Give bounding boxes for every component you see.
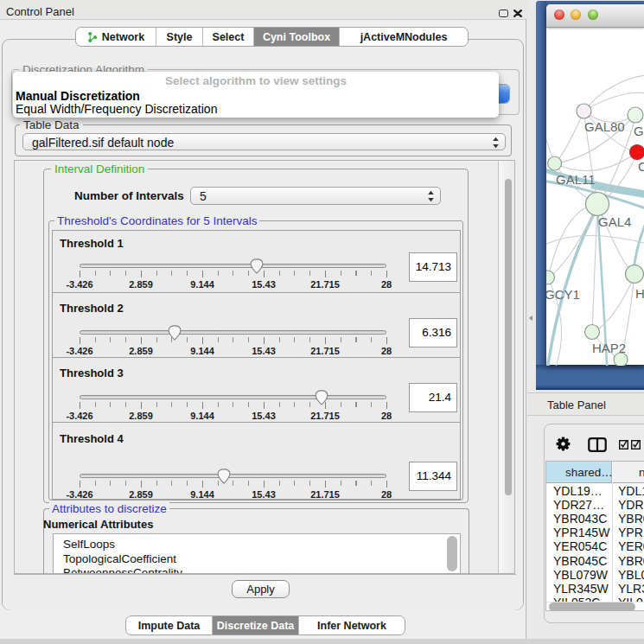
svg-text:H: H — [635, 286, 644, 301]
svg-text:GA: GA — [634, 124, 644, 138]
svg-text:GAL11: GAL11 — [556, 172, 596, 187]
svg-text:GAL80: GAL80 — [584, 119, 625, 134]
svg-text:HAP2: HAP2 — [592, 341, 626, 355]
svg-text:GAL4: GAL4 — [598, 214, 631, 229]
svg-text:GCY1: GCY1 — [546, 287, 580, 302]
svg-text:C: C — [638, 159, 644, 174]
